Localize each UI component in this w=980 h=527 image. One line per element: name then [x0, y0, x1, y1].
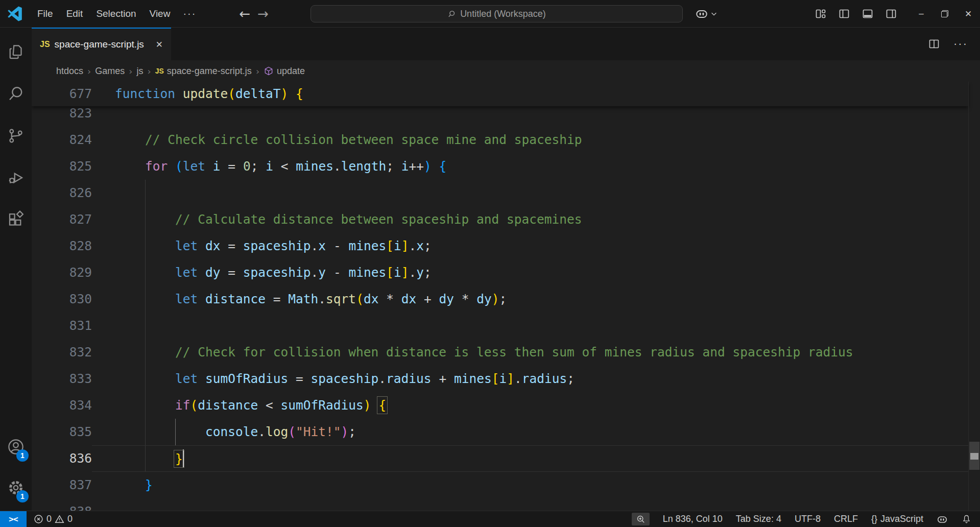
code-token: let	[175, 265, 198, 280]
code-line-content[interactable]: }	[92, 445, 968, 472]
restore-button[interactable]	[933, 0, 957, 28]
code-line-content[interactable]: let dy = spaceship.y - mines[i].y;	[92, 259, 968, 286]
code-line-837[interactable]: 837 }	[32, 472, 968, 498]
tab-size-status[interactable]: Tab Size: 4	[736, 514, 781, 524]
code-line-824[interactable]: 824 // Check circle collision between sp…	[32, 127, 968, 153]
split-editor-icon[interactable]	[928, 38, 940, 50]
code-token	[432, 159, 439, 174]
code-line-content[interactable]	[92, 498, 968, 511]
code-token: spaceship	[311, 371, 379, 386]
code-line-content[interactable]	[92, 180, 968, 206]
menu-file[interactable]: File	[31, 5, 60, 22]
code-line-content[interactable]: // Check for collision when distance is …	[92, 339, 968, 366]
breadcrumb-folder[interactable]: htdocs	[56, 66, 83, 77]
code-token: +	[432, 371, 454, 386]
code-line-content[interactable]: // Calculate distance between spaceship …	[92, 206, 968, 233]
customize-layout-icon[interactable]	[815, 8, 827, 20]
cursor-position-status[interactable]: Ln 836, Col 10	[663, 514, 723, 524]
code-line-835[interactable]: 835 console.log("Hit!");	[32, 419, 968, 445]
code-token: {	[439, 159, 447, 174]
sidebar-item-explorer[interactable]	[0, 35, 32, 69]
toggle-secondary-sidebar-icon[interactable]	[885, 8, 897, 20]
search-icon	[447, 10, 456, 18]
code-line-833[interactable]: 833 let sumOfRadius = spaceship.radius +…	[32, 366, 968, 392]
code-token: mines	[348, 238, 386, 253]
code-line-content[interactable]: let sumOfRadius = spaceship.radius + min…	[92, 366, 968, 392]
code-line-829[interactable]: 829 let dy = spaceship.y - mines[i].y;	[32, 259, 968, 286]
editor-scrollbar[interactable]	[968, 82, 980, 511]
sticky-scroll-line[interactable]: 677function update(deltaT) {	[32, 82, 968, 106]
code-line-838[interactable]: 838	[32, 498, 968, 511]
code-line-826[interactable]: 826	[32, 180, 968, 206]
code-line-836[interactable]: 836 }	[32, 445, 968, 472]
sidebar-item-settings[interactable]: 1	[0, 471, 32, 505]
notifications-bell-icon[interactable]	[961, 514, 972, 524]
code-token	[205, 159, 213, 174]
go-back-icon[interactable]: ←	[239, 7, 250, 20]
code-line-content[interactable]: function update(deltaT) {	[92, 82, 968, 106]
code-editor[interactable]: 823824 // Check circle collision between…	[32, 82, 980, 511]
eol-status[interactable]: CRLF	[834, 514, 858, 524]
error-count: 0	[46, 514, 52, 524]
code-token: length	[341, 159, 387, 174]
tab-space-game-script[interactable]: JS space-game-script.js ✕	[32, 28, 171, 60]
editor-region: JS space-game-script.js ✕ ··· htdocs › G…	[32, 28, 980, 511]
menu-more-icon[interactable]: ···	[177, 5, 202, 22]
code-token: ]	[401, 238, 409, 253]
code-line-content[interactable]: console.log("Hit!");	[92, 419, 968, 445]
code-line-827[interactable]: 827 // Calculate distance between spaces…	[32, 206, 968, 233]
zoom-in-icon	[636, 514, 646, 524]
editor-more-actions-icon[interactable]: ···	[953, 37, 968, 51]
copilot-menu[interactable]	[695, 7, 718, 20]
code-line-834[interactable]: 834 if(distance < sumOfRadius) {	[32, 392, 968, 419]
code-line-content[interactable]: let distance = Math.sqrt(dx * dx + dy * …	[92, 286, 968, 313]
minimize-button[interactable]: –	[910, 0, 933, 28]
code-line-content[interactable]: // Check circle collision between space …	[92, 127, 968, 153]
menu-selection[interactable]: Selection	[89, 5, 142, 22]
code-token	[115, 477, 145, 492]
code-lines[interactable]: 823824 // Check circle collision between…	[32, 100, 968, 511]
encoding-status[interactable]: UTF-8	[795, 514, 821, 524]
breadcrumb-folder[interactable]: Games	[95, 66, 125, 77]
breadcrumb-file[interactable]: JS space-game-script.js	[155, 66, 252, 77]
code-line-content[interactable]: if(distance < sumOfRadius) {	[92, 392, 968, 419]
code-line-825[interactable]: 825 for (let i = 0; i < mines.length; i+…	[32, 153, 968, 180]
breadcrumb-symbol[interactable]: update	[264, 66, 305, 77]
code-token: i	[499, 371, 507, 386]
remote-indicator[interactable]: ><	[0, 511, 27, 527]
titlebar: File Edit Selection View ··· ← → Untitle…	[0, 0, 980, 28]
code-line-832[interactable]: 832 // Check for collision when distance…	[32, 339, 968, 366]
breadcrumb-folder[interactable]: js	[136, 66, 143, 77]
code-line-content[interactable]: for (let i = 0; i < mines.length; i++) {	[92, 153, 968, 180]
code-line-content[interactable]: }	[92, 472, 968, 498]
command-center-search[interactable]: Untitled (Workspace)	[310, 5, 683, 22]
menu-edit[interactable]: Edit	[60, 5, 90, 22]
code-line-828[interactable]: 828 let dx = spaceship.x - mines[i].x;	[32, 233, 968, 259]
sidebar-item-run-debug[interactable]	[0, 161, 32, 195]
code-token: }	[175, 451, 183, 466]
sidebar-item-extensions[interactable]	[0, 203, 32, 236]
menu-view[interactable]: View	[143, 5, 177, 22]
code-token: dy	[205, 265, 221, 280]
problems-status[interactable]: 0 0	[34, 514, 73, 524]
code-token	[115, 424, 205, 439]
tab-close-icon[interactable]: ✕	[156, 39, 163, 50]
copilot-status-icon[interactable]	[937, 514, 948, 525]
language-status[interactable]: {} JavaScript	[871, 514, 923, 524]
code-line-677[interactable]: 677function update(deltaT) {	[32, 82, 968, 106]
toggle-panel-icon[interactable]	[862, 8, 874, 20]
indent-guide	[145, 446, 146, 471]
code-token: .	[258, 424, 266, 439]
sidebar-item-search[interactable]	[0, 77, 32, 111]
code-line-831[interactable]: 831	[32, 313, 968, 339]
zoom-status-item[interactable]	[632, 513, 650, 525]
sidebar-item-accounts[interactable]: 1	[0, 430, 32, 464]
sidebar-item-source-control[interactable]	[0, 119, 32, 153]
toggle-primary-sidebar-icon[interactable]	[838, 8, 850, 20]
javascript-file-icon: JS	[40, 40, 50, 49]
code-line-content[interactable]: let dx = spaceship.x - mines[i].x;	[92, 233, 968, 259]
code-line-830[interactable]: 830 let distance = Math.sqrt(dx * dx + d…	[32, 286, 968, 313]
go-forward-icon[interactable]: →	[257, 7, 269, 20]
code-line-content[interactable]	[92, 313, 968, 339]
close-button[interactable]: ✕	[957, 0, 980, 28]
